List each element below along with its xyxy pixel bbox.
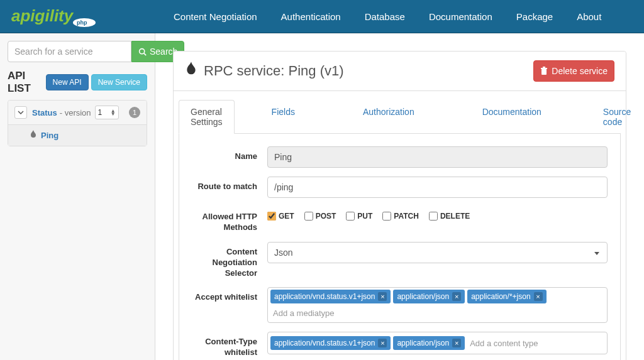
method-put[interactable]: PUT — [346, 212, 372, 221]
chevron-down-icon — [18, 111, 24, 114]
tab-general-settings[interactable]: General Settings — [179, 100, 235, 134]
nav-database[interactable]: Database — [365, 11, 405, 22]
method-delete-checkbox[interactable] — [429, 212, 438, 221]
route-label: Route to match — [192, 177, 267, 198]
accept-tag: application/*+json× — [467, 290, 546, 303]
method-get-checkbox[interactable] — [267, 212, 276, 221]
accept-tag: application/json× — [393, 290, 465, 303]
tab-documentation[interactable]: Documentation — [470, 100, 553, 133]
cns-select[interactable]: Json — [267, 242, 608, 263]
flame-icon — [185, 62, 197, 80]
collapse-toggle[interactable] — [14, 106, 27, 119]
ct-add-input[interactable] — [467, 336, 604, 351]
logo[interactable]: apigility php — [11, 5, 106, 28]
search-input[interactable] — [8, 41, 131, 62]
version-stepper[interactable]: 1 ▲▼ — [95, 106, 119, 119]
api-panel: Status - version 1 ▲▼ 1 Ping — [8, 100, 147, 146]
tag-remove-icon[interactable]: × — [378, 339, 387, 347]
accept-add-input[interactable] — [270, 306, 604, 320]
tab-fields[interactable]: Fields — [260, 100, 307, 133]
content-type-whitelist-input[interactable]: application/vnd.status.v1+json× applicat… — [267, 332, 608, 354]
main-area: RPC service: Ping (v1) Delete service Ge… — [155, 33, 644, 360]
tag-remove-icon[interactable]: × — [452, 292, 461, 301]
api-list-heading: API LIST — [8, 70, 46, 95]
method-put-checkbox[interactable] — [346, 212, 355, 221]
stepper-arrows-icon: ▲▼ — [111, 109, 116, 116]
nav-links: Content Negotiation Authentication Datab… — [174, 11, 601, 22]
tab-authorization[interactable]: Authorization — [351, 100, 426, 133]
nav-about[interactable]: About — [577, 11, 601, 22]
svg-point-3 — [140, 48, 145, 53]
version-value: 1 — [98, 108, 103, 117]
methods-label: Allowed HTTP Methods — [192, 207, 267, 233]
svg-text:apigility: apigility — [11, 6, 74, 25]
sidebar-item-label[interactable]: Ping — [41, 131, 58, 140]
name-input[interactable] — [267, 146, 608, 168]
ct-tag: application/vnd.status.v1+json× — [270, 336, 391, 350]
api-version-label: - version — [60, 108, 91, 117]
nav-package[interactable]: Package — [516, 11, 553, 22]
method-delete[interactable]: DELETE — [429, 212, 470, 221]
trash-icon — [540, 67, 548, 75]
method-get[interactable]: GET — [267, 212, 294, 221]
top-navbar: apigility php Content Negotiation Authen… — [0, 0, 644, 33]
ct-label: Content-Type whitelist — [192, 332, 267, 358]
sidebar-item-ping[interactable]: Ping — [8, 125, 147, 146]
tab-source-code[interactable]: Source code — [591, 100, 643, 133]
method-patch[interactable]: PATCH — [382, 212, 419, 221]
method-post-checkbox[interactable] — [304, 212, 313, 221]
tab-content: Name Route to match Allowed HTTP Methods… — [179, 134, 621, 360]
route-input[interactable] — [267, 177, 608, 198]
tag-remove-icon[interactable]: × — [534, 292, 543, 301]
method-patch-checkbox[interactable] — [382, 212, 391, 221]
delete-service-button[interactable]: Delete service — [533, 60, 614, 82]
accept-whitelist-input[interactable]: application/vnd.status.v1+json× applicat… — [267, 287, 608, 323]
cns-label: Content Negotiation Selector — [192, 242, 267, 279]
svg-text:php: php — [77, 19, 87, 26]
flame-icon — [30, 130, 37, 141]
svg-rect-5 — [541, 69, 547, 75]
nav-content-negotiation[interactable]: Content Negotiation — [174, 11, 257, 22]
nav-documentation[interactable]: Documentation — [429, 11, 492, 22]
method-post[interactable]: POST — [304, 212, 336, 221]
tab-row: General Settings Fields Authorization Do… — [179, 100, 621, 134]
nav-authentication[interactable]: Authentication — [281, 11, 341, 22]
tag-remove-icon[interactable]: × — [452, 339, 461, 347]
service-count-badge: 1 — [129, 107, 140, 118]
svg-line-4 — [144, 53, 146, 55]
main-panel: RPC service: Ping (v1) Delete service Ge… — [173, 51, 626, 360]
delete-button-label: Delete service — [552, 66, 608, 76]
page-title: RPC service: Ping (v1) — [185, 62, 344, 80]
new-api-button[interactable]: New API — [46, 74, 89, 90]
new-service-button[interactable]: New Service — [91, 74, 147, 90]
svg-rect-7 — [543, 67, 545, 68]
search-icon — [138, 48, 147, 56]
api-panel-header[interactable]: Status - version 1 ▲▼ 1 — [8, 101, 147, 125]
accept-label: Accept whitelist — [192, 287, 267, 323]
accept-tag: application/vnd.status.v1+json× — [270, 290, 391, 303]
api-name: Status — [32, 108, 57, 117]
ct-tag: application/json× — [393, 336, 465, 350]
tag-remove-icon[interactable]: × — [378, 292, 387, 301]
svg-rect-6 — [541, 68, 547, 69]
sidebar: Search API LIST New API New Service Stat… — [0, 33, 155, 360]
name-label: Name — [192, 146, 267, 168]
